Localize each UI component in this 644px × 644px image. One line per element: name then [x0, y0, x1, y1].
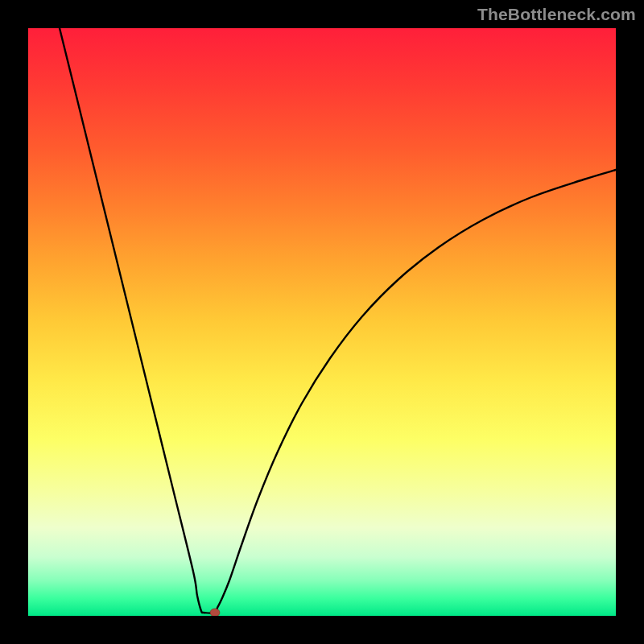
chart-frame: TheBottleneck.com [0, 0, 644, 644]
minimum-marker [210, 609, 220, 616]
bottleneck-curve [60, 28, 616, 613]
watermark-text: TheBottleneck.com [477, 5, 636, 24]
curve-svg [28, 28, 616, 616]
plot-area [28, 28, 616, 616]
